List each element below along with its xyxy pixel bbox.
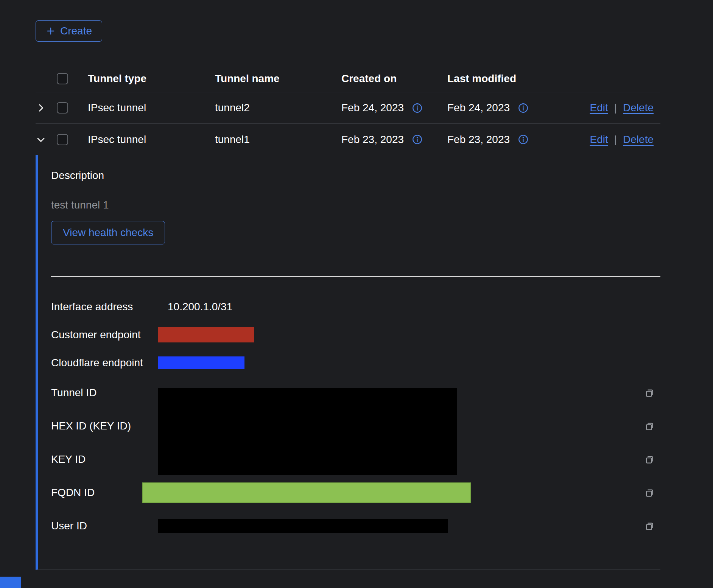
tunnels-page: Create Tunnel type Tunnel name Created o…: [0, 0, 660, 570]
id-fields-group: Tunnel ID HEX ID (KEY ID) KEY ID: [51, 376, 660, 476]
interface-address-value: 10.200.1.0/31: [158, 301, 232, 313]
tunnel-type-cell: IPsec tunnel: [88, 134, 215, 146]
chevron-right-icon: [36, 103, 46, 113]
tunnel-type-cell: IPsec tunnel: [88, 102, 215, 114]
expand-row-button[interactable]: [36, 103, 46, 113]
created-on-cell: Feb 24, 2023: [341, 102, 404, 114]
field-row-user-id: User ID: [51, 509, 660, 543]
view-health-checks-button[interactable]: View health checks: [51, 221, 165, 244]
info-icon[interactable]: [518, 103, 528, 113]
last-modified-cell: Feb 23, 2023: [447, 134, 510, 146]
copy-icon[interactable]: [644, 421, 655, 432]
info-icon[interactable]: [412, 103, 422, 113]
section-divider: [51, 276, 660, 277]
delete-link[interactable]: Delete: [623, 134, 654, 146]
edit-link[interactable]: Edit: [590, 102, 608, 114]
created-on-cell: Feb 23, 2023: [341, 134, 404, 146]
actions-separator: |: [614, 102, 617, 114]
description-value: test tunnel 1: [51, 199, 660, 211]
customer-endpoint-label: Customer endpoint: [51, 329, 158, 341]
field-row-interface-address: Interface address 10.200.1.0/31: [51, 297, 660, 316]
create-button[interactable]: Create: [36, 20, 102, 42]
field-row-customer-endpoint: Customer endpoint: [51, 325, 660, 344]
header-created-on: Created on: [341, 73, 447, 85]
table-row-tunnel1: IPsec tunnel tunnel1 Feb 23, 2023 Feb 23…: [36, 124, 660, 155]
copy-icon[interactable]: [644, 387, 655, 398]
last-modified-cell: Feb 24, 2023: [447, 102, 510, 114]
copy-icon[interactable]: [644, 487, 655, 498]
fqdn-id-redacted-value: [142, 482, 471, 503]
header-tunnel-name: Tunnel name: [215, 73, 341, 85]
actions-separator: |: [614, 134, 617, 146]
field-row-fqdn-id: FQDN ID: [51, 476, 660, 509]
description-label: Description: [51, 170, 660, 182]
row-checkbox[interactable]: [57, 102, 68, 114]
cloudflare-endpoint-label: Cloudflare endpoint: [51, 357, 158, 369]
user-id-redacted-value: [158, 519, 448, 533]
tunnel-detail-panel: Description test tunnel 1 View health ch…: [36, 155, 660, 570]
chevron-down-icon: [36, 134, 46, 145]
row-checkbox[interactable]: [57, 134, 68, 145]
info-icon[interactable]: [518, 134, 528, 145]
info-icon[interactable]: [412, 134, 422, 145]
header-last-modified: Last modified: [447, 73, 561, 85]
table-header-row: Tunnel type Tunnel name Created on Last …: [36, 65, 660, 92]
field-row-cloudflare-endpoint: Cloudflare endpoint: [51, 353, 660, 372]
create-button-label: Create: [60, 25, 92, 37]
copy-icon[interactable]: [644, 521, 655, 532]
copy-icon[interactable]: [644, 454, 655, 465]
tunnels-table: Tunnel type Tunnel name Created on Last …: [36, 65, 660, 570]
ids-redacted-block: [158, 388, 457, 475]
tunnel-name-cell: tunnel1: [215, 134, 341, 146]
select-all-checkbox[interactable]: [57, 73, 68, 84]
table-row-tunnel2: IPsec tunnel tunnel2 Feb 24, 2023 Feb 24…: [36, 92, 660, 124]
user-id-label: User ID: [51, 520, 158, 532]
collapse-row-button[interactable]: [36, 134, 46, 145]
edit-link[interactable]: Edit: [590, 134, 608, 146]
plus-icon: [46, 26, 56, 36]
interface-address-label: Interface address: [51, 301, 158, 313]
hex-id-label: HEX ID (KEY ID): [51, 420, 158, 432]
cloudflare-endpoint-redacted-value: [158, 356, 244, 369]
key-id-label: KEY ID: [51, 453, 158, 465]
delete-link[interactable]: Delete: [623, 102, 654, 114]
tunnel-id-label: Tunnel ID: [51, 387, 158, 399]
header-tunnel-type: Tunnel type: [88, 73, 215, 85]
customer-endpoint-redacted-value: [158, 327, 254, 342]
bottom-left-accent: [0, 577, 21, 588]
tunnel-name-cell: tunnel2: [215, 102, 341, 114]
